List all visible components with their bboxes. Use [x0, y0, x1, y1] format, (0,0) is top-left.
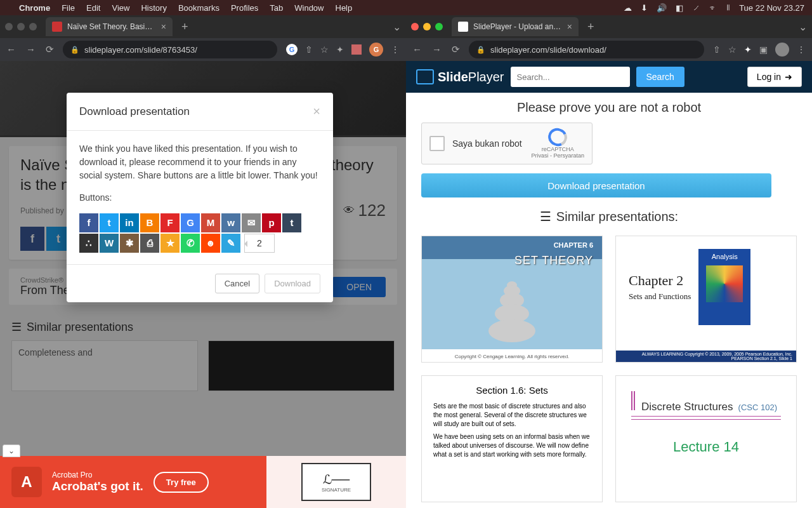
- recaptcha-checkbox[interactable]: [429, 136, 445, 151]
- banner-collapse-icon[interactable]: ⌄: [3, 444, 20, 457]
- menu-profiles[interactable]: Profiles: [231, 3, 258, 13]
- adobe-title: Acrobat's got it.: [52, 479, 143, 493]
- menubar-app[interactable]: Chrome: [19, 3, 50, 13]
- share-twitter[interactable]: t: [100, 213, 119, 232]
- tab-right[interactable]: SlidePlayer - Upload and Shar… ×: [452, 17, 579, 36]
- close-icon[interactable]: ×: [313, 104, 320, 119]
- adobe-cta[interactable]: Try free: [154, 472, 209, 493]
- recaptcha-widget: Saya bukan robot reCAPTCHA Privasi - Per…: [421, 123, 593, 164]
- share-livejournal[interactable]: ✎: [221, 234, 240, 253]
- lock-icon: 🔒: [70, 46, 79, 54]
- prove-heading: Please prove you are not a robot: [421, 100, 797, 115]
- adobe-banner[interactable]: ⌄ A Acrobat Pro Acrobat's got it. Try fr…: [0, 456, 406, 508]
- similar-heading: ☰Similar presentations:: [421, 209, 797, 224]
- share-myspace[interactable]: ∴: [79, 234, 98, 253]
- google-icon[interactable]: G: [286, 44, 298, 55]
- back-icon[interactable]: ←: [412, 44, 422, 55]
- menu-window[interactable]: Window: [294, 3, 324, 13]
- chrome-window-left: Naïve Set Theory. Basic Defini… × + ⌄ ← …: [0, 15, 406, 508]
- logo-icon: [416, 69, 434, 84]
- forward-icon[interactable]: →: [26, 44, 36, 55]
- similar-thumb-1[interactable]: CHAPTER 6 SET THEORY Copyright © Ce: [421, 236, 603, 363]
- share-icon[interactable]: ⇧: [713, 44, 721, 55]
- similar-thumb-3[interactable]: Section 1.6: Sets Sets are the most basi…: [421, 375, 603, 502]
- search-button[interactable]: Search: [636, 67, 684, 87]
- menu-icon[interactable]: ⋮: [391, 44, 400, 55]
- search-input[interactable]: [511, 67, 630, 87]
- menu-view[interactable]: View: [112, 3, 129, 13]
- new-tab-button[interactable]: +: [587, 20, 594, 34]
- titlebar-left: Naïve Set Theory. Basic Defini… × + ⌄: [0, 15, 406, 38]
- favicon-icon: [52, 22, 62, 32]
- share-email[interactable]: ✉: [242, 213, 261, 232]
- menu-tab[interactable]: Tab: [270, 3, 283, 13]
- login-icon: ➜: [785, 72, 792, 82]
- share-wordpress[interactable]: W: [100, 234, 119, 253]
- share-pinterest[interactable]: p: [262, 213, 281, 232]
- menubar-status: ☁ ⬇ 🔊 ◧ ⟋ ᯤ ⫴ Tue 22 Nov 23.27: [624, 3, 804, 13]
- share-reddit[interactable]: ☻: [201, 234, 220, 253]
- star-icon[interactable]: ☆: [320, 44, 329, 55]
- cloud-icon[interactable]: ☁: [624, 3, 632, 13]
- share-facebook[interactable]: f: [79, 213, 98, 232]
- forward-icon[interactable]: →: [432, 44, 442, 55]
- url-field[interactable]: 🔒 slideplayer.com/slide/download/: [469, 41, 704, 58]
- menu-history[interactable]: History: [141, 3, 166, 13]
- menu-edit[interactable]: Edit: [86, 3, 100, 13]
- panel-icon[interactable]: ▣: [759, 44, 768, 55]
- macos-menubar: Chrome File Edit View History Bookmarks …: [0, 0, 812, 15]
- profile-avatar[interactable]: [775, 43, 789, 57]
- share-google[interactable]: G: [181, 213, 200, 232]
- similar-thumb-2[interactable]: Chapter 2 Sets and Functions Analysis AL…: [615, 236, 797, 363]
- reload-icon[interactable]: ⟳: [452, 44, 460, 55]
- menu-file[interactable]: File: [62, 3, 75, 13]
- traffic-lights[interactable]: [411, 23, 443, 30]
- share-linkedin[interactable]: in: [120, 213, 139, 232]
- cancel-button[interactable]: Cancel: [215, 274, 259, 293]
- menu-help[interactable]: Help: [336, 3, 353, 13]
- wifi-icon[interactable]: ᯤ: [709, 3, 717, 13]
- battery-icon[interactable]: ◧: [676, 3, 683, 13]
- share-print[interactable]: ⎙: [140, 234, 159, 253]
- close-icon[interactable]: ×: [161, 22, 166, 32]
- share-misc1[interactable]: ✱: [120, 234, 139, 253]
- extensions-icon[interactable]: ✦: [336, 44, 344, 55]
- close-icon[interactable]: ×: [567, 22, 572, 32]
- share-tumblr[interactable]: t: [282, 213, 301, 232]
- favicon-icon: [458, 22, 468, 32]
- profile-avatar[interactable]: G: [369, 43, 383, 57]
- tabs-dropdown-icon[interactable]: ⌄: [393, 21, 401, 33]
- toggle-icon[interactable]: ⟋: [692, 3, 700, 13]
- login-button[interactable]: Log in➜: [747, 67, 802, 87]
- share-vk[interactable]: w: [221, 213, 240, 232]
- back-icon[interactable]: ←: [6, 44, 16, 55]
- share-favorite[interactable]: ★: [160, 234, 180, 253]
- share-gmail[interactable]: M: [201, 213, 220, 232]
- menu-icon[interactable]: ⋮: [797, 44, 806, 55]
- control-center-icon[interactable]: ⫴: [726, 3, 730, 13]
- share-blogger[interactable]: B: [140, 213, 159, 232]
- download-presentation-button[interactable]: Download presentation: [421, 173, 771, 197]
- new-tab-button[interactable]: +: [181, 20, 188, 34]
- reload-icon[interactable]: ⟳: [46, 44, 54, 55]
- share-whatsapp[interactable]: ✆: [181, 234, 200, 253]
- share-flipboard[interactable]: F: [160, 213, 180, 232]
- slideplayer-logo[interactable]: SlidePlayer: [416, 69, 504, 84]
- similar-thumb-4[interactable]: Discrete Structures (CSC 102) Lecture 14: [615, 375, 797, 502]
- list-icon: ☰: [540, 209, 551, 224]
- extensions-icon[interactable]: ✦: [744, 44, 752, 55]
- tab-left[interactable]: Naïve Set Theory. Basic Defini… ×: [46, 17, 173, 36]
- star-icon[interactable]: ☆: [728, 44, 737, 55]
- share-icon[interactable]: ⇧: [305, 44, 313, 55]
- download-icon[interactable]: ⬇: [641, 3, 648, 13]
- square-icon[interactable]: [351, 44, 362, 55]
- url-field[interactable]: 🔒 slideplayer.com/slide/8763453/: [63, 41, 277, 58]
- chrome-window-right: SlidePlayer - Upload and Shar… × + ⌄ ← →…: [406, 15, 812, 508]
- volume-icon[interactable]: 🔊: [657, 3, 667, 13]
- download-button[interactable]: Download: [265, 274, 320, 293]
- clock[interactable]: Tue 22 Nov 23.27: [739, 3, 804, 13]
- menu-bookmarks[interactable]: Bookmarks: [178, 3, 219, 13]
- traffic-lights[interactable]: [5, 23, 37, 30]
- tabs-dropdown-icon[interactable]: ⌄: [799, 21, 807, 33]
- lock-icon: 🔒: [476, 46, 485, 54]
